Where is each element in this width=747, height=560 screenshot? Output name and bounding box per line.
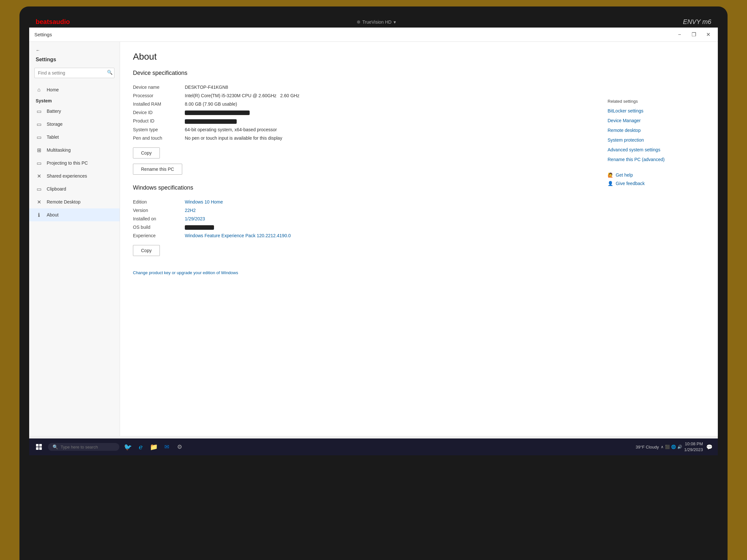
clock-time: 10:08 PM: [684, 441, 703, 447]
about-icon: ℹ: [36, 212, 42, 218]
start-button[interactable]: [33, 441, 45, 453]
taskbar-search-container: 🔍: [48, 443, 119, 451]
rename-pc-button[interactable]: Rename this PC: [133, 164, 182, 175]
spec-label: Processor: [133, 91, 185, 100]
spec-label: Product ID: [133, 117, 185, 125]
sidebar-item-battery-label: Battery: [47, 109, 61, 114]
tray-chevron[interactable]: ∧: [661, 445, 664, 449]
sidebar: ← Settings 🔍 ⌂ Home System ▭: [29, 42, 120, 436]
sidebar-item-multitasking[interactable]: ⊞ Multitasking: [29, 143, 120, 157]
taskbar-icon-mail[interactable]: ✉: [161, 442, 172, 452]
sidebar-settings-title: Settings: [29, 55, 120, 66]
taskbar-icon-settings[interactable]: ⚙: [175, 442, 185, 452]
tablet-icon: ▭: [36, 134, 42, 140]
clock[interactable]: 10:08 PM 1/29/2023: [684, 441, 703, 453]
start-icon: [36, 444, 42, 450]
help-icon: 🙋: [608, 172, 613, 178]
sidebar-item-home[interactable]: ⌂ Home: [29, 83, 120, 96]
back-button[interactable]: ←: [29, 45, 120, 55]
table-row: OS build: [133, 223, 608, 231]
device-specs-table: Device name DESKTOP-F41KGN8 Processor In…: [133, 83, 608, 142]
rename-pc-advanced-link[interactable]: Rename this PC (advanced): [608, 157, 692, 162]
table-row: Device ID: [133, 108, 608, 117]
spec-label: Device ID: [133, 108, 185, 117]
table-row: Installed on 1/29/2023: [133, 215, 608, 223]
beats-logo: beatsaudio: [36, 18, 70, 26]
taskbar-icon-explorer[interactable]: 📁: [149, 442, 159, 452]
spec-value: 64-bit operating system, x64-based proce…: [185, 126, 608, 134]
restore-button[interactable]: ❐: [689, 30, 698, 39]
table-row: Edition Windows 10 Home: [133, 198, 608, 206]
spec-value: DESKTOP-F41KGN8: [185, 83, 608, 91]
spec-value-redacted: [185, 117, 608, 125]
taskbar-icon-edge[interactable]: ℯ: [135, 442, 146, 452]
taskbar-search-input[interactable]: [61, 445, 112, 450]
home-icon: ⌂: [36, 86, 42, 93]
spec-value: Windows Feature Experience Pack 120.2212…: [185, 231, 608, 240]
system-protection-link[interactable]: System protection: [608, 137, 692, 142]
tray-icon-network[interactable]: 🌐: [671, 445, 676, 449]
sidebar-item-projecting[interactable]: ▭ Projecting to this PC: [29, 157, 120, 169]
tray-icon-taskview[interactable]: ⬛: [665, 445, 670, 449]
spec-value: Windows 10 Home: [185, 198, 608, 206]
spec-label: Installed RAM: [133, 100, 185, 108]
back-icon: ←: [36, 48, 40, 53]
sidebar-item-remote[interactable]: ✕ Remote Desktop: [29, 195, 120, 208]
sidebar-item-shared[interactable]: ✕ Shared experiences: [29, 169, 120, 183]
spec-label: Pen and touch: [133, 134, 185, 142]
taskbar-icon-bird[interactable]: 🐦: [123, 442, 133, 452]
get-help-item[interactable]: 🙋 Get help: [608, 172, 692, 178]
related-settings-title: Related settings: [608, 99, 692, 104]
shared-icon: ✕: [36, 173, 42, 179]
clipboard-icon: ▭: [36, 186, 42, 192]
remote-desktop-link[interactable]: Remote desktop: [608, 128, 692, 133]
laptop-model: ENVY m6: [683, 18, 711, 26]
weather-info: 39°F Cloudy: [636, 445, 659, 450]
related-settings-panel: Related settings BitLocker settings Devi…: [608, 99, 692, 189]
spec-value: Intel(R) Core(TM) i5-3230M CPU @ 2.60GHz…: [185, 91, 608, 100]
advanced-system-settings-link[interactable]: Advanced system settings: [608, 147, 692, 152]
give-feedback-item[interactable]: 👤 Give feedback: [608, 181, 692, 186]
copy-device-specs-button[interactable]: Copy: [133, 148, 160, 158]
main-content-wrapper: Device specifications Device name DESKTO…: [133, 70, 705, 275]
camera-dot: [357, 20, 360, 24]
spec-value: 1/29/2023: [185, 215, 608, 223]
spec-label: Installed on: [133, 215, 185, 223]
sidebar-item-about[interactable]: ℹ About: [29, 208, 120, 221]
windows-specs-table: Edition Windows 10 Home Version 22H2 Ins…: [133, 198, 608, 240]
sidebar-item-remote-label: Remote Desktop: [47, 199, 80, 205]
spec-value: 22H2: [185, 206, 608, 215]
feedback-icon: 👤: [608, 181, 613, 186]
multitasking-icon: ⊞: [36, 147, 42, 153]
minimize-button[interactable]: −: [675, 30, 684, 39]
sidebar-item-tablet[interactable]: ▭ Tablet: [29, 131, 120, 143]
content-area: ← Settings 🔍 ⌂ Home System ▭: [29, 42, 718, 436]
spec-value: No pen or touch input is available for t…: [185, 134, 608, 142]
battery-icon: ▭: [36, 108, 42, 114]
change-product-key-link[interactable]: Change product key or upgrade your editi…: [133, 270, 608, 275]
main-panel: About Device specifications Device name …: [120, 42, 718, 436]
remote-icon: ✕: [36, 199, 42, 205]
settings-window-title: Settings: [34, 32, 52, 37]
copy-windows-specs-button[interactable]: Copy: [133, 245, 160, 256]
sidebar-item-battery[interactable]: ▭ Battery: [29, 105, 120, 118]
camera-label: TrueVision HD: [362, 20, 391, 25]
camera-chevron: ▾: [394, 20, 396, 25]
screen: Settings − ❐ ✕ ← Settings: [29, 28, 718, 455]
bitlocker-settings-link[interactable]: BitLocker settings: [608, 108, 692, 113]
taskbar-pinned-icons: 🐦 ℯ 📁 ✉ ⚙: [123, 442, 185, 452]
spec-label: System type: [133, 126, 185, 134]
close-button[interactable]: ✕: [703, 30, 713, 39]
spec-value-redacted: [185, 223, 608, 231]
tray-icon-volume[interactable]: 🔊: [677, 445, 682, 449]
laptop-topbar: beatsaudio TrueVision HD ▾ ENVY m6: [29, 16, 718, 28]
device-manager-link[interactable]: Device Manager: [608, 118, 692, 123]
sidebar-item-storage[interactable]: ▭ Storage: [29, 118, 120, 131]
sidebar-item-clipboard[interactable]: ▭ Clipboard: [29, 183, 120, 195]
table-row: Version 22H2: [133, 206, 608, 215]
sidebar-item-home-label: Home: [47, 87, 59, 92]
notification-button[interactable]: 💬: [705, 442, 714, 451]
search-input[interactable]: [34, 68, 114, 78]
page-title: About: [133, 52, 705, 62]
sidebar-item-clipboard-label: Clipboard: [47, 186, 66, 191]
